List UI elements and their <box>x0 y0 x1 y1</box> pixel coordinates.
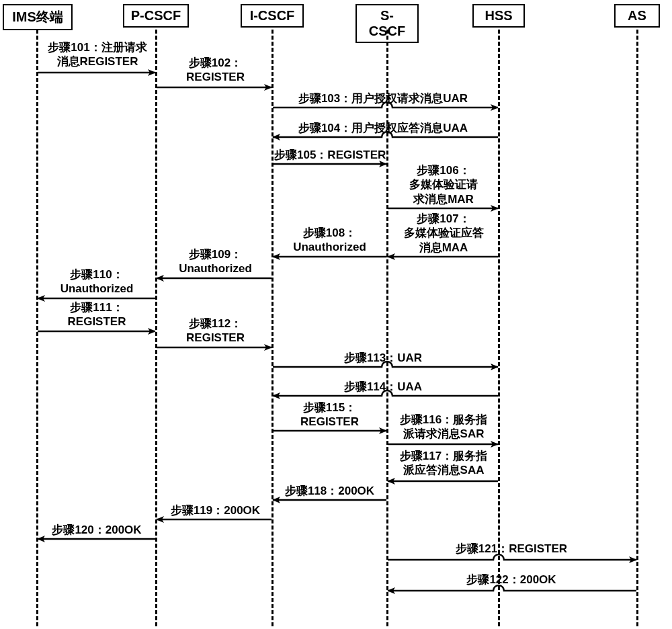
label-120: 步骤120：200OK <box>40 523 153 537</box>
label-104: 步骤104：用户授权应答消息UAA <box>276 121 491 135</box>
label-121: 步骤121：REGISTER <box>390 542 632 556</box>
label-118: 步骤118：200OK <box>274 484 385 498</box>
label-112: 步骤112： REGISTER <box>160 317 271 345</box>
label-101: 步骤101：注册请求 消息REGISTER <box>40 40 155 69</box>
label-102: 步骤102： REGISTER <box>160 56 271 85</box>
label-117: 步骤117：服务指 派应答消息SAA <box>390 449 497 478</box>
label-108: 步骤108： Unauthorized <box>274 226 385 255</box>
label-103: 步骤103：用户授权请求消息UAR <box>276 91 491 106</box>
sequence-diagram: IMS终端 P-CSCF I-CSCF S-CSCF HSS AS <box>0 0 672 629</box>
label-113: 步骤113：UAR <box>276 351 491 365</box>
label-114: 步骤114：UAA <box>276 380 491 394</box>
label-115: 步骤115： REGISTER <box>274 401 385 429</box>
label-110: 步骤110： Unauthorized <box>40 267 153 296</box>
label-109: 步骤109： Unauthorized <box>160 247 271 276</box>
label-116: 步骤116：服务指 派请求消息SAR <box>390 413 497 442</box>
label-119: 步骤119：200OK <box>160 503 271 517</box>
label-106: 步骤106： 多媒体验证请 求消息MAR <box>390 163 497 206</box>
label-107: 步骤107： 多媒体验证应答 消息MAA <box>390 212 497 255</box>
label-122: 步骤122：200OK <box>390 573 632 587</box>
label-111: 步骤111： REGISTER <box>40 300 153 329</box>
label-105: 步骤105：REGISTER <box>274 148 388 162</box>
